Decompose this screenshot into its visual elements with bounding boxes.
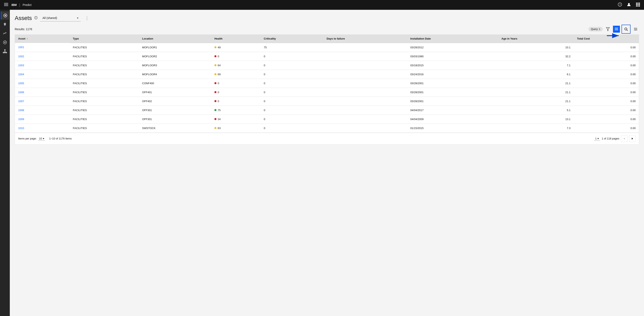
cell-days-to-failure [323, 88, 407, 97]
page-number-select[interactable]: 1 ▾ [594, 137, 600, 141]
svg-rect-32 [615, 29, 618, 29]
page-header: Assets All (shared) ▾ ⋮ [15, 15, 639, 21]
table-body: 1001FACILITIESMOFLOOR1497503/28/201210.1… [15, 43, 639, 133]
col-header-asset[interactable]: Asset ↑ [15, 35, 70, 43]
cell-age-in-years: 7.1 [498, 61, 574, 70]
next-page-button[interactable] [629, 135, 636, 142]
cell-health: 75 [211, 106, 260, 115]
page-info: 1 of 118 pages [602, 137, 619, 140]
cell-asset[interactable]: 1009 [15, 115, 70, 124]
sidebar-item-dashboard[interactable] [1, 11, 9, 19]
svg-rect-33 [615, 30, 618, 30]
cell-installation-date: 03/28/2012 [407, 43, 498, 52]
svg-point-40 [636, 29, 637, 29]
sidebar-item-location[interactable] [1, 20, 9, 28]
cell-criticality: 0 [260, 88, 324, 97]
cell-type: FACILITIES [70, 43, 139, 52]
items-per-page: Items per page: 10 ▾ [18, 137, 45, 141]
sidebar-item-hierarchy[interactable] [1, 47, 9, 55]
filter-button[interactable] [604, 26, 611, 33]
brand-separator: | [19, 3, 20, 7]
table-row: 1001FACILITIESMOFLOOR1497503/28/201210.1… [15, 43, 639, 52]
query-badge[interactable]: Query: 1 [588, 27, 603, 31]
page-info-icon[interactable] [34, 16, 38, 20]
cell-location: MOFLOOR2 [139, 52, 211, 61]
left-sidebar [0, 10, 10, 316]
cell-days-to-failure [323, 43, 407, 52]
cell-asset[interactable]: 1003 [15, 61, 70, 70]
cell-total-cost: 0.00 [574, 124, 639, 133]
cell-asset[interactable]: 1006 [15, 88, 70, 97]
cell-days-to-failure [323, 124, 407, 133]
sort-asc-icon: ↑ [26, 37, 28, 40]
cell-criticality: 0 [260, 115, 324, 124]
svg-rect-0 [4, 3, 8, 3]
cell-asset[interactable]: 1010 [15, 124, 70, 133]
toolbar-wrapper: Results: 1176 Query: 1 [15, 25, 639, 34]
search-button[interactable] [622, 25, 630, 34]
col-header-type: Type [70, 35, 139, 43]
cell-health: 49 [211, 43, 260, 52]
cell-asset[interactable]: 1002 [15, 52, 70, 61]
cell-asset[interactable]: 1008 [15, 106, 70, 115]
table-row: 1007FACILITIESOFF4020003/28/200121.10.00 [15, 97, 639, 106]
sidebar-item-monitor[interactable] [1, 38, 9, 46]
table-row: 1003FACILITIESMOFLOOR364003/18/20157.10.… [15, 61, 639, 70]
col-header-criticality: Criticality [260, 35, 324, 43]
svg-point-18 [4, 42, 5, 43]
chevron-down-icon-page: ▾ [598, 137, 599, 140]
table-row: 1004FACILITIESMOFLOOR469003/24/20166.10.… [15, 70, 639, 79]
svg-rect-10 [638, 4, 638, 5]
cell-age-in-years: 13.1 [498, 115, 574, 124]
cell-total-cost: 0.00 [574, 106, 639, 115]
col-header-installation-date: Installation Date [407, 35, 498, 43]
cell-installation-date: 03/18/2015 [407, 61, 498, 70]
col-header-health: Health [211, 35, 260, 43]
table-row: 1005FACILITIESCONF4000003/28/200121.10.0… [15, 79, 639, 88]
columns-button[interactable] [632, 26, 639, 33]
per-page-select[interactable]: 10 ▾ [38, 137, 45, 141]
cell-criticality: 0 [260, 52, 324, 61]
cell-installation-date: 03/28/2001 [407, 97, 498, 106]
cell-age-in-years: 5.1 [498, 106, 574, 115]
cell-criticality: 0 [260, 79, 324, 88]
account-button[interactable] [626, 2, 632, 8]
sidebar-item-analytics[interactable] [1, 29, 9, 37]
main-content: Assets All (shared) ▾ ⋮ Results: 1176 Qu… [10, 10, 644, 316]
svg-rect-19 [4, 49, 5, 50]
brand-name: IBM [12, 3, 17, 6]
cell-total-cost: 0.00 [574, 43, 639, 52]
cell-asset[interactable]: 1007 [15, 97, 70, 106]
cell-days-to-failure [323, 70, 407, 79]
more-options-button[interactable]: ⋮ [83, 15, 91, 21]
filter-dropdown[interactable]: All (shared) ▾ [40, 15, 81, 21]
svg-point-5 [628, 3, 630, 5]
cell-type: FACILITIES [70, 70, 139, 79]
cell-total-cost: 0.00 [574, 70, 639, 79]
cell-location: CONF400 [139, 79, 211, 88]
cell-health: 34 [211, 115, 260, 124]
apps-button[interactable] [635, 2, 641, 8]
col-label-asset: Asset [18, 37, 25, 40]
top-navigation: IBM | Predict ? [0, 0, 644, 10]
cell-asset[interactable]: 1005 [15, 79, 70, 88]
cell-health: 64 [211, 61, 260, 70]
cell-installation-date: 04/04/2017 [407, 106, 498, 115]
brand-logo: IBM | Predict [12, 3, 32, 7]
col-header-age-in-years: Age in Years [498, 35, 574, 43]
cell-total-cost: 0.00 [574, 97, 639, 106]
list-view-button[interactable] [613, 26, 620, 33]
cell-location: MOFLOOR1 [139, 43, 211, 52]
cell-age-in-years: 21.1 [498, 88, 574, 97]
cell-asset[interactable]: 1001 [15, 43, 70, 52]
help-button[interactable]: ? [617, 2, 623, 8]
prev-page-button[interactable] [621, 135, 628, 142]
cell-location: MOFLOOR3 [139, 61, 211, 70]
current-page-num: 1 [595, 137, 597, 140]
cell-asset[interactable]: 1004 [15, 70, 70, 79]
cell-type: FACILITIES [70, 52, 139, 61]
menu-button[interactable] [3, 2, 9, 8]
cell-type: FACILITIES [70, 61, 139, 70]
cell-location: MOFLOOR4 [139, 70, 211, 79]
cell-total-cost: 0.00 [574, 79, 639, 88]
